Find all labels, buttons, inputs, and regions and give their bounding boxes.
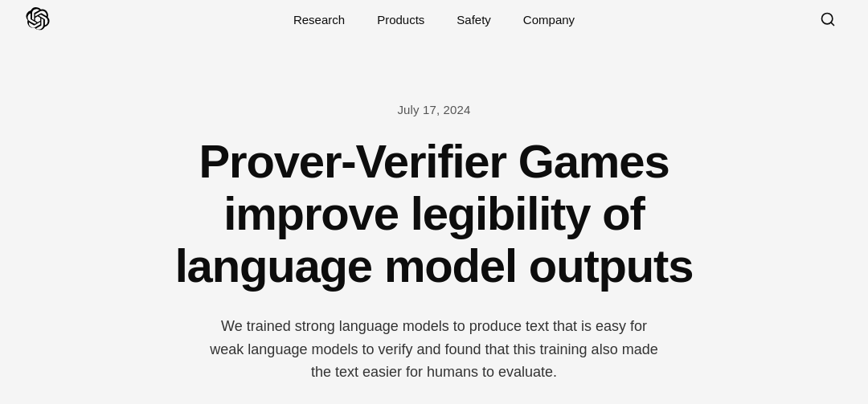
nav-item-products[interactable]: Products <box>364 6 437 33</box>
svg-line-1 <box>831 22 834 26</box>
nav-item-research[interactable]: Research <box>280 6 358 33</box>
nav-links: Research Products Safety Company <box>280 6 588 33</box>
search-icon <box>820 11 836 27</box>
search-button[interactable] <box>813 5 842 34</box>
logo[interactable] <box>26 7 50 31</box>
hero-section: July 17, 2024 Prover-Verifier Games impr… <box>0 39 868 404</box>
hero-title: Prover-Verifier Games improve legibility… <box>121 136 747 292</box>
hero-description: We trained strong language models to pro… <box>209 315 659 384</box>
hero-date: July 17, 2024 <box>397 103 470 116</box>
nav-item-company[interactable]: Company <box>510 6 588 33</box>
navbar: Research Products Safety Company <box>0 0 868 39</box>
openai-logo-icon <box>26 7 50 31</box>
nav-item-safety[interactable]: Safety <box>444 6 504 33</box>
